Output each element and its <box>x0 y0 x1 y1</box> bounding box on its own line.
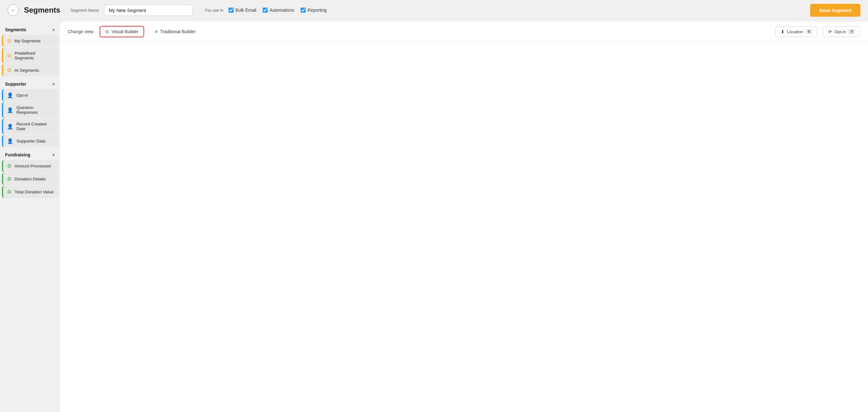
donation-details-icon: ♻ <box>7 176 11 182</box>
sidebar-item-opt-in[interactable]: 👤 Opt-in <box>2 89 58 101</box>
segment-name-label: Segment Name <box>70 8 99 13</box>
sidebar-item-donation-details[interactable]: ♻ Donation Details <box>2 173 58 185</box>
for-use-in-label: For use in <box>205 8 223 13</box>
segments-chevron-icon[interactable]: ∧ <box>52 28 55 32</box>
traditional-builder-icon: ≡ <box>155 29 157 34</box>
sidebar-item-ai-segments[interactable]: ⚙ AI Segments <box>2 64 58 76</box>
my-segments-icon: ⚙ <box>7 38 11 44</box>
predefined-segments-icon: ⚙ <box>7 53 11 59</box>
sidebar-item-supporter-data[interactable]: 👤 Supporter Data <box>2 135 58 147</box>
builder-toolbar: Change view: ⊙ Visual Builder ≡ Traditio… <box>60 22 868 42</box>
record-created-date-icon: 👤 <box>7 124 13 130</box>
sidebar: Segments ∧ ⚙ My Segments ⚙ Predefined Se… <box>0 20 60 412</box>
fundraising-chevron-icon[interactable]: ∧ <box>52 153 55 157</box>
supporter-section-label: Supporter <box>5 82 26 87</box>
location-filter-label: Location <box>787 29 803 34</box>
bulk-email-label: Bulk Email <box>236 8 256 13</box>
main-content: Segments ∧ ⚙ My Segments ⚙ Predefined Se… <box>0 20 868 412</box>
predefined-segments-label: Predefined Segments <box>14 51 54 60</box>
header: ← Segments Segment Name For use in Bulk … <box>0 0 868 20</box>
location-filter-button[interactable]: ⬇ Location 0 <box>775 26 818 37</box>
visual-builder-label: Visual Builder <box>112 29 138 34</box>
opt-in-label: Opt-in <box>17 93 28 98</box>
question-responses-label: Question Responses <box>17 105 54 115</box>
ai-segments-icon: ⚙ <box>7 67 11 73</box>
sidebar-item-question-responses[interactable]: 👤 Question Responses <box>2 102 58 118</box>
sidebar-section-segments: Segments ∧ <box>0 24 60 34</box>
bulk-email-checkbox-item[interactable]: Bulk Email <box>228 8 256 13</box>
opt-in-icon: 👤 <box>7 92 13 98</box>
content-panel: Change view: ⊙ Visual Builder ≡ Traditio… <box>60 22 868 412</box>
total-donation-value-icon: ♻ <box>7 189 11 195</box>
traditional-builder-label: Traditional Builder <box>160 29 195 34</box>
fundraising-section-label: Fundraising <box>5 152 30 157</box>
segments-section-label: Segments <box>5 27 26 32</box>
sidebar-item-record-created-date[interactable]: 👤 Record Created Date <box>2 119 58 134</box>
supporter-chevron-icon[interactable]: ∧ <box>52 82 55 86</box>
automations-checkbox[interactable] <box>263 8 268 13</box>
sidebar-item-amount-processed[interactable]: ♻ Amount Processed <box>2 160 58 172</box>
my-segments-label: My Segments <box>14 38 41 43</box>
builder-canvas <box>60 42 868 412</box>
sidebar-item-total-donation-value[interactable]: ♻ Total Donation Value <box>2 186 58 198</box>
automations-checkbox-item[interactable]: Automations <box>263 8 294 13</box>
opt-in-filter-button[interactable]: ⟳ Opt-in 0 <box>823 26 860 37</box>
opt-in-filter-badge: 0 <box>848 29 855 34</box>
bulk-email-checkbox[interactable] <box>228 8 234 13</box>
visual-builder-button[interactable]: ⊙ Visual Builder <box>99 26 144 37</box>
ai-segments-label: AI Segments <box>14 68 39 73</box>
checkbox-group: Bulk Email Automations Reporting <box>228 8 327 13</box>
opt-in-filter-label: Opt-in <box>835 29 846 34</box>
location-filter-badge: 0 <box>806 29 812 34</box>
visual-builder-icon: ⊙ <box>105 29 109 34</box>
amount-processed-icon: ♻ <box>7 163 11 169</box>
record-created-date-label: Record Created Date <box>17 122 54 131</box>
back-button[interactable]: ← <box>8 4 19 16</box>
segment-name-input[interactable] <box>104 5 192 16</box>
amount-processed-label: Amount Processed <box>14 164 51 168</box>
sidebar-section-supporter: Supporter ∧ <box>0 78 60 89</box>
supporter-data-label: Supporter Data <box>17 139 45 144</box>
change-view-label: Change view: <box>68 29 94 34</box>
back-arrow-icon: ← <box>11 7 16 13</box>
reporting-checkbox[interactable] <box>301 8 306 13</box>
total-donation-value-label: Total Donation Value <box>14 190 54 194</box>
location-filter-icon: ⬇ <box>781 29 784 34</box>
sidebar-item-my-segments[interactable]: ⚙ My Segments <box>2 35 58 47</box>
donation-details-label: Donation Details <box>14 177 46 181</box>
supporter-data-icon: 👤 <box>7 138 13 144</box>
automations-label: Automations <box>270 8 294 13</box>
opt-in-filter-icon: ⟳ <box>828 29 832 34</box>
sidebar-item-predefined-segments[interactable]: ⚙ Predefined Segments <box>2 48 58 64</box>
page-title: Segments <box>24 6 60 14</box>
reporting-label: Reporting <box>308 8 327 13</box>
question-responses-icon: 👤 <box>7 107 13 113</box>
sidebar-section-fundraising: Fundraising ∧ <box>0 149 60 159</box>
reporting-checkbox-item[interactable]: Reporting <box>301 8 327 13</box>
save-segment-button[interactable]: Save Segment <box>810 4 860 17</box>
traditional-builder-button[interactable]: ≡ Traditional Builder <box>149 26 202 37</box>
app-container: ← Segments Segment Name For use in Bulk … <box>0 0 868 412</box>
